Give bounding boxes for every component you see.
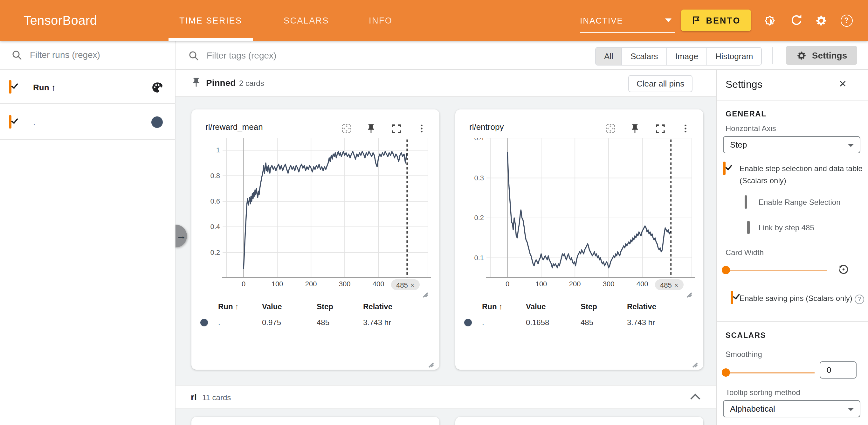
pin-icon[interactable] bbox=[364, 122, 377, 135]
card-title: rl/reward_mean bbox=[206, 122, 263, 132]
col-header-step[interactable]: Step bbox=[581, 302, 597, 311]
horizontal-axis-label: Horizontal Axis bbox=[725, 124, 776, 133]
col-header-value[interactable]: Value bbox=[262, 302, 282, 311]
col-header-run[interactable]: Run ↑ bbox=[482, 302, 503, 311]
section-header-rl[interactable]: rl 11 cards bbox=[176, 385, 716, 408]
palette-icon[interactable] bbox=[151, 82, 163, 96]
svg-text:0: 0 bbox=[505, 280, 509, 288]
saving-pins-checkbox[interactable] bbox=[731, 291, 733, 304]
select-all-runs-checkbox[interactable] bbox=[9, 80, 11, 93]
tags-toolbar: All Scalars Image Histogram Settings bbox=[176, 41, 868, 70]
tab-info-label: INFO bbox=[369, 16, 392, 25]
pinned-title: Pinned bbox=[206, 78, 236, 88]
svg-text:100: 100 bbox=[272, 280, 283, 288]
tab-info[interactable]: INFO bbox=[369, 0, 392, 41]
horizontal-axis-select[interactable]: Step bbox=[723, 136, 860, 153]
card-resize-handle[interactable] bbox=[692, 359, 698, 365]
card-resize-handle[interactable] bbox=[428, 359, 434, 365]
tab-scalars[interactable]: SCALARS bbox=[284, 0, 329, 41]
col-header-relative[interactable]: Relative bbox=[627, 302, 656, 311]
fit-domain-icon[interactable] bbox=[604, 122, 617, 135]
filter-histogram-button[interactable]: Histogram bbox=[707, 48, 762, 65]
gear-icon[interactable] bbox=[814, 13, 828, 27]
section-name: rl bbox=[191, 392, 197, 402]
close-icon[interactable]: × bbox=[410, 281, 414, 289]
filter-tags-input[interactable] bbox=[206, 50, 399, 61]
section-general: GENERAL bbox=[725, 110, 767, 118]
run-list-item[interactable]: . bbox=[0, 104, 176, 140]
chart-region[interactable]: 0.20.40.60.810100200300400 485 × bbox=[191, 138, 439, 297]
tab-time-series[interactable]: TIME SERIES bbox=[168, 0, 253, 41]
card-title: rl/entropy bbox=[469, 122, 504, 132]
filter-image-button[interactable]: Image bbox=[667, 48, 707, 65]
close-icon[interactable]: ✕ bbox=[839, 78, 847, 90]
tooltip-sorting-select[interactable]: Alphabetical bbox=[723, 400, 860, 417]
chart-resize-handle[interactable] bbox=[422, 289, 428, 295]
fit-domain-icon[interactable] bbox=[340, 122, 353, 135]
svg-text:0.4: 0.4 bbox=[474, 138, 484, 142]
step-chip-label: 485 bbox=[660, 281, 672, 289]
smoothing-value-input[interactable] bbox=[820, 361, 857, 378]
runs-sidebar: Run ↑ . bbox=[0, 41, 176, 425]
clear-all-pins-button[interactable]: Clear all pins bbox=[628, 75, 692, 92]
more-options-icon[interactable] bbox=[415, 122, 428, 135]
run-column-header[interactable]: Run ↑ bbox=[33, 83, 56, 92]
plugin-filter-group: All Scalars Image Histogram bbox=[595, 47, 762, 65]
filter-scalars-button[interactable]: Scalars bbox=[622, 48, 667, 65]
run-color-dot[interactable] bbox=[151, 116, 163, 128]
section-count: 11 cards bbox=[202, 393, 231, 402]
filter-image-label: Image bbox=[675, 52, 698, 61]
filter-histogram-label: Histogram bbox=[715, 52, 753, 61]
card-width-slider-track[interactable] bbox=[727, 270, 827, 271]
close-icon[interactable]: × bbox=[674, 281, 679, 289]
step-chip[interactable]: 485 × bbox=[391, 279, 420, 290]
help-icon[interactable]: ? bbox=[855, 295, 865, 304]
smoothing-slider-track[interactable] bbox=[727, 372, 814, 373]
chart-resize-handle[interactable] bbox=[686, 289, 692, 295]
fullscreen-icon[interactable] bbox=[390, 122, 403, 135]
experiment-status-select[interactable]: INACTIVE bbox=[580, 9, 675, 33]
range-selection-checkbox[interactable] bbox=[745, 195, 747, 209]
link-step-checkbox[interactable] bbox=[747, 221, 750, 234]
run-checkbox[interactable] bbox=[9, 115, 11, 128]
col-header-run[interactable]: Run ↑ bbox=[218, 302, 239, 311]
line-chart[interactable]: 0.20.40.60.810100200300400 bbox=[191, 138, 439, 297]
step-chip[interactable]: 485 × bbox=[655, 279, 684, 290]
smoothing-slider-thumb[interactable] bbox=[722, 368, 730, 377]
settings-toggle-button[interactable]: Settings bbox=[786, 46, 857, 65]
col-header-step[interactable]: Step bbox=[317, 302, 333, 311]
card-width-slider-thumb[interactable] bbox=[722, 266, 730, 274]
cell-run: . bbox=[218, 318, 220, 327]
chart-region[interactable]: 0.10.20.30.40100200300400 485 × bbox=[455, 138, 703, 297]
run-list-header: Run ↑ bbox=[0, 71, 176, 104]
svg-text:300: 300 bbox=[339, 280, 351, 288]
more-options-icon[interactable] bbox=[679, 122, 692, 135]
pinned-count: 2 cards bbox=[239, 79, 264, 88]
cell-value: 0.975 bbox=[262, 318, 281, 327]
fullscreen-icon[interactable] bbox=[654, 122, 666, 135]
refresh-icon[interactable] bbox=[789, 13, 803, 27]
theme-brightness-icon[interactable] bbox=[763, 13, 776, 27]
svg-text:0.6: 0.6 bbox=[210, 197, 220, 205]
svg-text:0.2: 0.2 bbox=[210, 248, 220, 256]
pin-icon[interactable] bbox=[628, 122, 641, 135]
settings-panel: Settings ✕ GENERAL Horizontal Axis Step … bbox=[716, 70, 868, 425]
range-selection-label: Enable Range Selection bbox=[758, 196, 841, 208]
chevron-up-icon[interactable] bbox=[690, 394, 700, 403]
bento-button[interactable]: BENTO bbox=[681, 9, 751, 31]
filter-all-button[interactable]: All bbox=[596, 48, 622, 65]
line-chart[interactable]: 0.10.20.30.40100200300400 bbox=[455, 138, 703, 297]
saving-pins-label-text: Enable saving pins (Scalars only) bbox=[740, 294, 852, 303]
gear-icon bbox=[796, 50, 807, 61]
tab-scalars-label: SCALARS bbox=[284, 16, 329, 25]
cell-run: . bbox=[482, 318, 484, 327]
help-icon[interactable]: ? bbox=[839, 13, 854, 27]
card-entropy: rl/entropy 0.10.20.30.40100200300400 485… bbox=[455, 110, 703, 370]
col-header-relative[interactable]: Relative bbox=[363, 302, 392, 311]
step-selection-checkbox[interactable] bbox=[723, 161, 725, 175]
help-question-glyph: ? bbox=[840, 14, 852, 26]
card-partial bbox=[191, 417, 439, 425]
col-header-value[interactable]: Value bbox=[526, 302, 546, 311]
pinned-section-header: Pinned 2 cards Clear all pins bbox=[176, 70, 716, 97]
reset-history-icon[interactable] bbox=[837, 264, 849, 278]
